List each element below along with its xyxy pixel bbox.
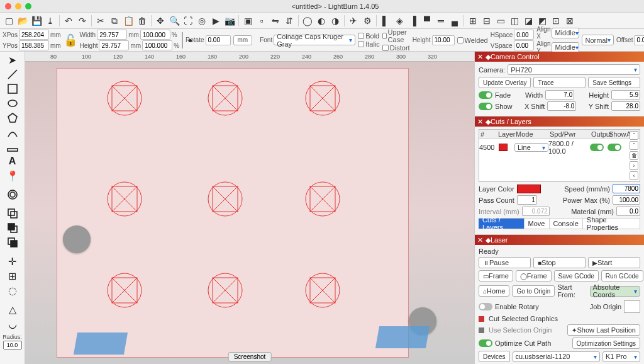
cam-yshift-input[interactable] — [611, 101, 640, 111]
trace-button[interactable]: Trace — [533, 77, 586, 88]
flip-h-icon[interactable]: ⇋ — [269, 14, 282, 27]
cut-icon[interactable]: ✂ — [94, 14, 107, 27]
italic-check[interactable]: Italic — [358, 40, 380, 48]
save-settings-button[interactable]: Save Settings — [588, 77, 640, 88]
copy-icon[interactable]: ⧉ — [108, 14, 121, 27]
speed-input[interactable] — [613, 184, 640, 193]
device-profile-select[interactable]: K1 Pro▾ — [602, 351, 640, 362]
dist-v-icon[interactable]: ⊟ — [480, 14, 493, 27]
start-button[interactable]: ▶ Start — [588, 257, 640, 268]
calibration-target[interactable] — [107, 81, 142, 116]
layer-mode-select[interactable]: Line▾ — [514, 143, 548, 152]
tab-console[interactable]: Console — [550, 219, 583, 229]
arr-3-icon[interactable]: ◩ — [536, 14, 548, 27]
device-port-select[interactable]: cu.usbserial-1120▾ — [513, 351, 600, 362]
weld-icon[interactable]: ◯ — [301, 14, 314, 27]
adjust-tool[interactable]: ◡ — [4, 317, 21, 331]
ungroup-icon[interactable]: ▫ — [255, 14, 268, 27]
cuts-panel-header[interactable]: ✕◆ Cuts / Layers — [475, 117, 644, 127]
power-max-input[interactable] — [613, 195, 640, 205]
start-from-select[interactable]: Absolute Coords▾ — [590, 286, 640, 297]
calibration-target[interactable] — [305, 273, 340, 308]
open-file-icon[interactable]: 📂 — [16, 14, 29, 27]
redo-icon[interactable]: ↷ — [76, 14, 89, 27]
edit-nodes-tool[interactable]: ✛ — [4, 254, 21, 268]
upper-check[interactable]: Upper Case — [382, 28, 410, 43]
home-button[interactable]: ⌂ Home — [479, 285, 509, 297]
align-left-icon[interactable]: ▌ — [379, 14, 392, 27]
preview-icon[interactable]: ▶ — [209, 14, 222, 27]
optimization-settings-button[interactable]: Optimization Settings — [572, 338, 641, 349]
welded-check[interactable]: Welded — [457, 37, 488, 44]
layer-delete-button[interactable]: 🗑 — [630, 151, 638, 160]
arr-5-icon[interactable]: ⊠ — [564, 14, 576, 27]
anchor-grid[interactable] — [182, 32, 183, 48]
camera-icon[interactable]: 📷 — [223, 14, 236, 27]
calibration-target[interactable] — [208, 273, 243, 308]
run-gcode-button[interactable]: Run GCode — [601, 270, 643, 282]
circle-frame-button[interactable]: ◯ Frame — [516, 270, 552, 282]
save-icon[interactable]: 💾 — [30, 14, 43, 27]
bold-check[interactable]: Bold — [358, 32, 380, 40]
delete-icon[interactable]: 🗑 — [136, 14, 148, 27]
width-input[interactable] — [97, 30, 127, 40]
new-file-icon[interactable]: ▢ — [3, 14, 15, 27]
distort-check[interactable]: Distort — [382, 44, 410, 52]
stop-button[interactable]: ■ Stop — [533, 257, 586, 268]
polygon-tool[interactable] — [4, 111, 21, 125]
zoom-fit-icon[interactable]: ⛶ — [182, 14, 194, 27]
page-align-icon[interactable]: ▭ — [494, 14, 507, 27]
layer-down-button[interactable]: ˅ — [630, 141, 638, 150]
tab-shape-properties[interactable]: Shape Properties — [583, 219, 640, 229]
draw-line-tool[interactable] — [4, 67, 21, 81]
height-pct-input[interactable] — [142, 40, 172, 50]
layer-color-swatch[interactable] — [517, 185, 541, 193]
optimize-toggle[interactable] — [479, 339, 492, 347]
bool-union-tool[interactable] — [4, 207, 21, 220]
minimize-icon[interactable] — [15, 3, 21, 9]
calibration-target[interactable] — [208, 181, 243, 217]
alignx-select[interactable]: Middle▾ — [552, 28, 579, 38]
text-tool[interactable]: A — [4, 154, 21, 168]
zoom-in-icon[interactable]: 🔍 — [168, 14, 180, 27]
laser-panel-header[interactable]: ✕◆ Laser — [475, 235, 644, 245]
flip-v-icon[interactable]: ⇵ — [283, 14, 296, 27]
align-vmid-icon[interactable]: ═ — [435, 14, 447, 27]
rotate-input[interactable] — [206, 35, 231, 45]
zoom-sel-icon[interactable]: ◎ — [196, 14, 208, 27]
calibration-target[interactable] — [107, 181, 142, 217]
tab-cuts-layers[interactable]: Cuts / Layers — [479, 219, 525, 229]
line-tool[interactable] — [4, 140, 21, 154]
calibration-target[interactable] — [305, 181, 340, 217]
bool-int-tool[interactable] — [4, 236, 21, 249]
save-gcode-button[interactable]: Save GCode — [554, 270, 599, 282]
offset-tool[interactable] — [4, 188, 21, 202]
cam-width-input[interactable] — [545, 90, 574, 100]
devices-button[interactable]: Devices — [479, 351, 510, 362]
aligny-select[interactable]: Middle▾ — [552, 42, 579, 53]
align-bottom-icon[interactable]: ▄ — [448, 14, 461, 27]
show-last-position-button[interactable]: ✦ Show Last Position — [567, 324, 640, 336]
circ-array-tool[interactable]: ◌ — [4, 283, 21, 297]
material-input[interactable] — [616, 207, 640, 216]
font-height-input[interactable] — [432, 35, 455, 45]
cam-height-input[interactable] — [611, 90, 640, 100]
undo-icon[interactable]: ↶ — [62, 14, 75, 27]
fade-toggle[interactable] — [479, 91, 492, 99]
calibration-target[interactable] — [208, 81, 243, 116]
group-icon[interactable]: ▣ — [242, 14, 254, 27]
job-origin-grid[interactable] — [624, 300, 640, 313]
bool-sub-tool[interactable] — [4, 221, 21, 235]
intersect-icon[interactable]: ◐ — [315, 14, 328, 27]
move-icon[interactable]: ✥ — [154, 14, 167, 27]
ellipse-tool[interactable] — [4, 96, 21, 110]
rectangle-tool[interactable] — [4, 82, 21, 96]
align-top-icon[interactable]: ▀ — [421, 14, 433, 27]
lock-icon[interactable]: 🔓 — [64, 33, 77, 47]
zoom-icon[interactable] — [25, 3, 31, 9]
layers-table[interactable]: # Layer Mode Spd/Pwr Output Show Ai 4500… — [479, 129, 640, 182]
cam-xshift-input[interactable] — [547, 101, 576, 111]
canvas[interactable]: 80 100 120 140 160 180 200 220 240 260 2… — [25, 52, 474, 364]
enable-rotary-toggle[interactable] — [479, 303, 492, 310]
calibration-target[interactable] — [305, 81, 340, 116]
